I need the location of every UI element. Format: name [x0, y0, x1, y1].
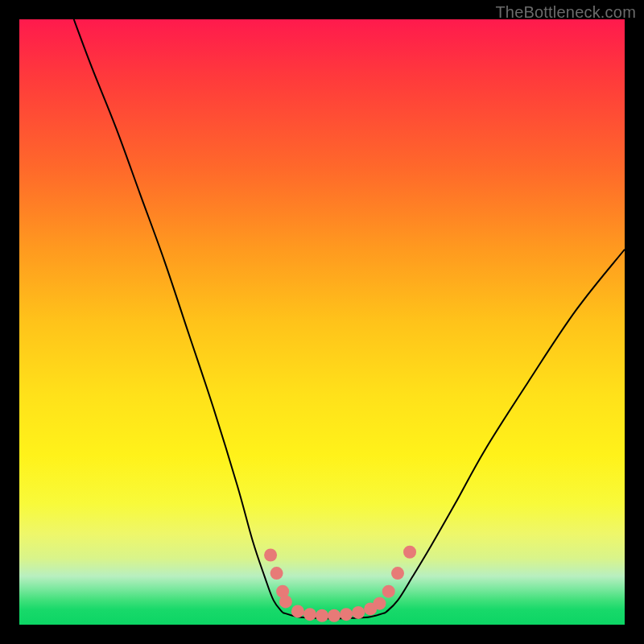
- chart-frame: TheBottleneck.com: [0, 0, 644, 644]
- curve-beads: [264, 546, 416, 622]
- bead-marker: [403, 546, 416, 559]
- curve-left-branch: [74, 19, 283, 613]
- bead-marker: [352, 606, 365, 619]
- curve-group: [74, 19, 625, 618]
- bead-marker: [340, 608, 353, 621]
- bead-marker: [264, 549, 277, 562]
- bead-marker: [303, 608, 316, 621]
- chart-plot-area: [19, 19, 625, 625]
- chart-svg: [19, 19, 625, 625]
- bead-marker: [328, 609, 341, 622]
- watermark-text: TheBottleneck.com: [495, 3, 636, 22]
- bead-marker: [391, 567, 404, 580]
- bead-marker: [373, 597, 386, 610]
- curve-right-branch: [386, 250, 625, 613]
- bead-marker: [279, 595, 292, 608]
- bead-marker: [316, 609, 328, 622]
- bead-marker: [382, 585, 395, 598]
- bead-marker: [270, 567, 283, 580]
- bead-marker: [291, 605, 304, 617]
